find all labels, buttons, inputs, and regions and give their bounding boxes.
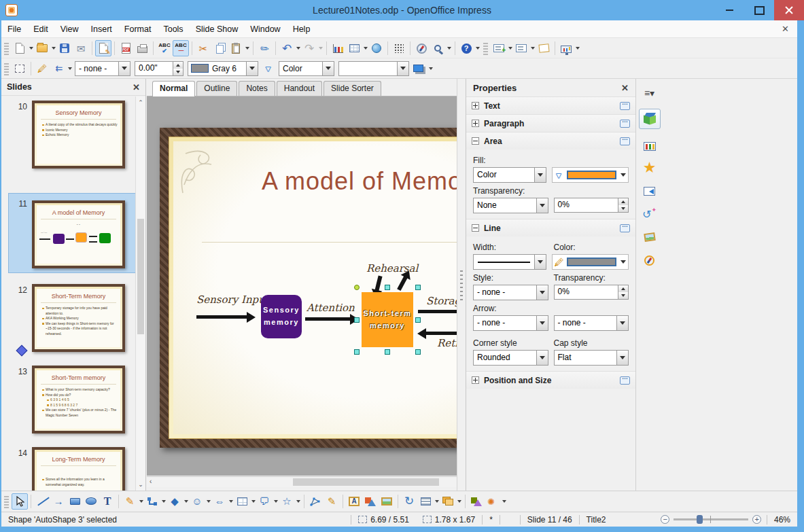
section-paragraph[interactable]: Paragraph — [466, 114, 635, 132]
minimize-button[interactable] — [714, 0, 744, 20]
section-area[interactable]: Area — [466, 132, 635, 149]
dropdown-button[interactable] — [616, 351, 628, 365]
slide-thumbnail-10[interactable]: 10 Sensory Memory A literal copy of the … — [1, 101, 135, 179]
new-slide-dropdown[interactable] — [507, 40, 513, 56]
menu-window[interactable]: Window — [244, 22, 286, 37]
line-color-picker[interactable]: 🖉 — [552, 254, 629, 270]
handle-bottom-center[interactable] — [385, 349, 390, 355]
tab-notes[interactable]: Notes — [239, 81, 275, 96]
symbol-shapes-dropdown[interactable] — [205, 493, 211, 510]
fill-color-dropdown-button[interactable] — [397, 62, 408, 75]
redo-icon[interactable]: ↷ — [301, 40, 317, 56]
help-icon[interactable]: ? — [458, 40, 474, 56]
dropdown-button[interactable] — [536, 316, 548, 330]
paste-icon[interactable] — [228, 40, 244, 56]
expand-icon[interactable] — [472, 120, 479, 127]
block-arrows-icon[interactable]: ⇔ — [211, 493, 228, 510]
zoom-in-icon[interactable]: + — [752, 515, 761, 524]
line-style-select[interactable]: - none - — [473, 285, 548, 300]
maximize-button[interactable] — [744, 0, 774, 20]
tab-slide-sorter[interactable]: Slide Sorter — [324, 81, 381, 96]
zoom-level[interactable]: 46% — [767, 515, 797, 525]
spellcheck-icon[interactable]: ABC✔ — [156, 40, 173, 56]
sidebar-tab-master-pages-icon[interactable] — [640, 137, 659, 155]
dropdown-button[interactable] — [534, 168, 546, 182]
spin-up[interactable] — [618, 285, 628, 292]
export-pdf-icon[interactable] — [118, 40, 134, 56]
fontwork-icon[interactable]: A — [346, 493, 362, 510]
transparency-spinner[interactable]: 0% — [554, 198, 629, 213]
shadow-icon[interactable] — [411, 60, 427, 77]
sidebar-tab-styles-icon[interactable]: ↺✦ — [640, 205, 659, 223]
handle-top-center[interactable] — [385, 285, 390, 290]
dropdown-button[interactable] — [534, 255, 546, 269]
area-dialog-icon[interactable]: 🜄 — [260, 60, 277, 77]
dropdown-button[interactable] — [616, 316, 628, 330]
fill-type-select[interactable]: Color — [473, 167, 546, 183]
basic-shapes-dropdown[interactable] — [183, 493, 189, 510]
edit-points-icon[interactable] — [307, 493, 324, 510]
presentation-toolbar-grip[interactable] — [483, 41, 488, 55]
menu-file[interactable]: File — [1, 22, 27, 37]
slide-design-icon[interactable] — [536, 40, 552, 56]
copy-icon[interactable] — [211, 40, 228, 56]
position-size-icon[interactable] — [12, 60, 28, 77]
alignment-icon[interactable] — [417, 493, 434, 510]
scrollbar-thumb[interactable] — [137, 219, 144, 334]
handle-mid-left[interactable] — [354, 317, 360, 323]
fill-color-picker[interactable]: 🜄 — [552, 167, 629, 183]
print-icon[interactable] — [134, 40, 150, 56]
scroll-up-icon[interactable]: ⌃ — [136, 99, 145, 106]
glue-points-icon[interactable]: ✏ — [324, 493, 340, 510]
save-icon[interactable] — [56, 40, 73, 56]
alignment-dropdown[interactable] — [434, 493, 440, 510]
section-text[interactable]: Text — [466, 96, 635, 114]
fill-color-select[interactable] — [338, 61, 409, 76]
undo-dropdown[interactable] — [295, 40, 301, 56]
menu-format[interactable]: Format — [118, 22, 158, 37]
fill-type-dropdown-button[interactable] — [322, 62, 334, 75]
edit-file-icon[interactable]: ✎ — [95, 40, 111, 56]
tab-normal[interactable]: Normal — [152, 81, 195, 96]
select-tool-icon[interactable] — [12, 493, 28, 510]
arrow-tool-icon[interactable]: → — [50, 493, 67, 510]
menu-tools[interactable]: Tools — [157, 22, 189, 37]
handle-top-left[interactable] — [354, 285, 360, 290]
insert-chart-icon[interactable] — [330, 40, 346, 56]
line-style-dropdown-button[interactable] — [118, 62, 130, 75]
flowchart-icon[interactable] — [234, 493, 250, 510]
connector-tool-icon[interactable] — [144, 493, 160, 510]
callouts-dropdown[interactable] — [273, 493, 279, 510]
tab-handout[interactable]: Handout — [277, 81, 322, 96]
panel-splitter[interactable] — [457, 79, 466, 491]
basic-shapes-icon[interactable]: ◆ — [167, 493, 183, 510]
ellipse-tool-icon[interactable] — [83, 493, 99, 510]
line-filling-overflow[interactable] — [427, 60, 434, 77]
new-document-dropdown[interactable] — [28, 40, 34, 56]
open-icon[interactable] — [34, 40, 50, 56]
menu-insert[interactable]: Insert — [85, 22, 118, 37]
flowchart-dropdown[interactable] — [250, 493, 256, 510]
scrollbar-thumb[interactable] — [293, 478, 439, 486]
arrow-style-icon[interactable]: ⇇ — [50, 60, 67, 77]
zoom-slider[interactable] — [674, 518, 748, 520]
email-icon[interactable]: ✉ — [73, 40, 89, 56]
hyperlink-icon[interactable] — [368, 40, 385, 56]
template-name[interactable]: Title2 — [580, 515, 656, 525]
line-dialog-icon[interactable]: 🖉 — [34, 60, 50, 77]
slide-thumbnail-11-selected[interactable]: 11 A model of Memory —·— ⌃⌃ — [1, 198, 135, 279]
arrange-icon[interactable] — [440, 493, 456, 510]
menu-edit[interactable]: Edit — [27, 22, 54, 37]
zoom-slider-thumb[interactable] — [697, 515, 703, 524]
sidebar-tab-navigator-icon[interactable] — [640, 251, 659, 269]
line-color-select[interactable]: Gray 6 — [188, 61, 258, 76]
handle-bottom-right[interactable] — [415, 349, 421, 355]
dropdown-button[interactable] — [536, 198, 548, 213]
presentation-toolbar-overflow[interactable] — [574, 40, 580, 56]
undo-icon[interactable]: ↶ — [279, 40, 295, 56]
line-transparency-spinner[interactable]: 0% — [554, 285, 629, 300]
dialog-launcher-icon[interactable] — [620, 102, 630, 110]
line-tool-icon[interactable] — [34, 493, 50, 510]
arrow-sensory-input[interactable] — [196, 315, 247, 319]
label-attention[interactable]: Attention — [307, 302, 355, 314]
